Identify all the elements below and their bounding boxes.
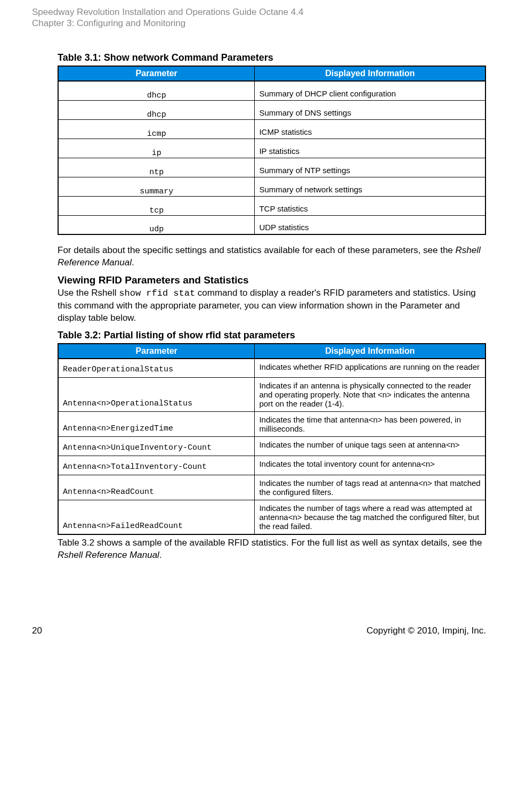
text: .: [159, 550, 162, 560]
parameter-cell: Antenna<n>FailedReadCount: [58, 500, 255, 535]
parameter-cell: ntp: [58, 158, 255, 177]
table-3-1-caption: Table 3.1: Show network Command Paramete…: [58, 52, 486, 63]
parameter-cell: icmp: [58, 119, 255, 139]
parameter-cell: Antenna<n>ReadCount: [58, 475, 255, 500]
description-cell: ICMP statistics: [255, 119, 485, 139]
table-3-1-header-parameter: Parameter: [58, 66, 255, 81]
text: Table 3.2 shows a sample of the availabl…: [58, 538, 482, 548]
table-row: Antenna<n>EnergizedTimeIndicates the tim…: [58, 412, 485, 437]
table-3-2: Parameter Displayed Information ReaderOp…: [58, 343, 486, 535]
parameter-cell: Antenna<n>UniqueInventory-Count: [58, 437, 255, 456]
table-row: ipIP statistics: [58, 139, 485, 158]
description-cell: Summary of DNS settings: [255, 100, 485, 119]
text: .: [132, 257, 134, 267]
subheading-rfid-params: Viewing RFID Parameters and Statistics: [58, 274, 486, 286]
table-3-2-header-info: Displayed Information: [255, 344, 485, 359]
parameter-cell: udp: [58, 215, 255, 234]
copyright: Copyright © 2010, Impinj, Inc.: [367, 626, 486, 636]
parameter-cell: Antenna<n>OperationalStatus: [58, 378, 255, 412]
parameter-cell: dhcp: [58, 81, 255, 100]
description-cell: Indicates the time that antenna<n> has b…: [255, 412, 485, 437]
page-footer: 20 Copyright © 2010, Impinj, Inc.: [32, 626, 486, 636]
parameter-cell: Antenna<n>EnergizedTime: [58, 412, 255, 437]
parameter-cell: ip: [58, 139, 255, 158]
parameter-cell: summary: [58, 177, 255, 196]
paragraph-table-3-2-note: Table 3.2 shows a sample of the availabl…: [58, 537, 486, 562]
parameter-cell: ReaderOperationalStatus: [58, 359, 255, 378]
description-cell: Indicates the total inventory count for …: [255, 456, 485, 475]
paragraph-show-rfid: Use the Rshell show rfid stat command to…: [58, 287, 486, 324]
table-3-1-header-info: Displayed Information: [255, 66, 485, 81]
table-row: udpUDP statistics: [58, 215, 485, 234]
paragraph-details: For details about the specific settings …: [58, 245, 486, 269]
chapter-title: Chapter 3: Configuring and Monitoring: [32, 18, 486, 29]
table-3-2-header-parameter: Parameter: [58, 344, 255, 359]
description-cell: Summary of network settings: [255, 177, 485, 196]
description-cell: Indicates the number of tags read at ant…: [255, 475, 485, 500]
parameter-cell: dhcp: [58, 100, 255, 119]
table-3-2-caption: Table 3.2: Partial listing of show rfid …: [58, 330, 486, 341]
table-row: Antenna<n>FailedReadCountIndicates the n…: [58, 500, 485, 535]
table-3-1: Parameter Displayed Information dhcpSumm…: [58, 66, 486, 235]
description-cell: UDP statistics: [255, 215, 485, 234]
parameter-cell: tcp: [58, 196, 255, 215]
show-rfid-stat-command: show rfid stat: [119, 288, 195, 298]
table-row: summarySummary of network settings: [58, 177, 485, 196]
text: Use the Rshell: [58, 288, 119, 298]
table-row: Antenna<n>UniqueInventory-CountIndicates…: [58, 437, 485, 456]
text: For details about the specific settings …: [58, 245, 456, 255]
table-row: Antenna<n>TotalInventory-CountIndicates …: [58, 456, 485, 475]
table-row: Antenna<n>ReadCountIndicates the number …: [58, 475, 485, 500]
description-cell: Indicates if an antenna is physically co…: [255, 378, 485, 412]
table-row: icmpICMP statistics: [58, 119, 485, 139]
table-row: ntpSummary of NTP settings: [58, 158, 485, 177]
table-row: ReaderOperationalStatusIndicates whether…: [58, 359, 485, 378]
description-cell: Indicates the number of unique tags seen…: [255, 437, 485, 456]
description-cell: IP statistics: [255, 139, 485, 158]
description-cell: TCP statistics: [255, 196, 485, 215]
page-number: 20: [32, 626, 42, 636]
doc-title: Speedway Revolution Installation and Ope…: [32, 6, 486, 18]
description-cell: Indicates whether RFID applications are …: [255, 359, 485, 378]
description-cell: Indicates the number of tags where a rea…: [255, 500, 485, 535]
description-cell: Summary of DHCP client configuration: [255, 81, 485, 100]
rshell-ref-italic: Rshell Reference Manual: [58, 550, 159, 560]
description-cell: Summary of NTP settings: [255, 158, 485, 177]
table-row: dhcpSummary of DHCP client configuration: [58, 81, 485, 100]
table-row: Antenna<n>OperationalStatusIndicates if …: [58, 378, 485, 412]
parameter-cell: Antenna<n>TotalInventory-Count: [58, 456, 255, 475]
table-row: dhcpSummary of DNS settings: [58, 100, 485, 119]
table-row: tcpTCP statistics: [58, 196, 485, 215]
